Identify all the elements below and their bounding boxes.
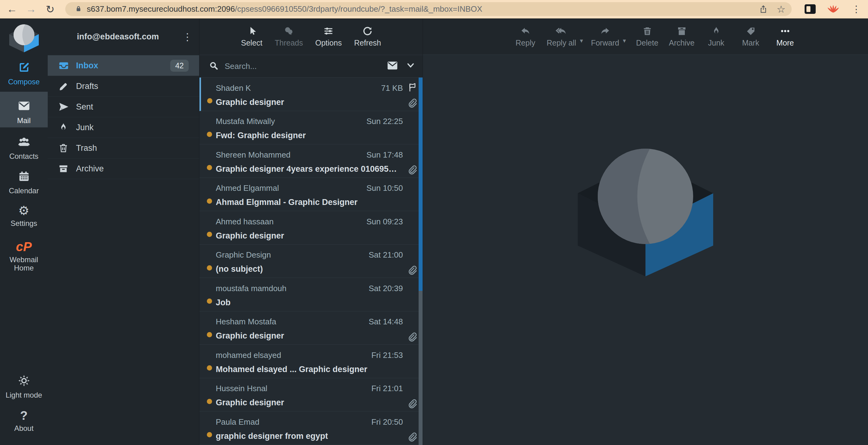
folder-drafts[interactable]: Drafts xyxy=(48,76,199,97)
message-sender: moustafa mamdouh xyxy=(216,284,365,293)
message-date: Sat 20:39 xyxy=(369,284,403,293)
share-icon[interactable] xyxy=(759,5,768,14)
reply-all-caret-icon[interactable]: ▾ xyxy=(580,37,583,44)
folder-junk[interactable]: Junk xyxy=(48,117,199,138)
message-row[interactable]: Hussein Hsnal Fri 21:01 Graphic designer xyxy=(199,378,423,412)
more-dots-icon xyxy=(780,26,791,36)
forward-label: Forward xyxy=(591,38,619,47)
bookmark-star-icon[interactable]: ☆ xyxy=(777,3,785,15)
message-sender: Paula Emad xyxy=(216,417,368,427)
folder-menu-icon[interactable]: ⋮ xyxy=(176,31,199,43)
message-row[interactable]: moustafa mamdouh Sat 20:39 Job xyxy=(199,278,423,312)
search-options-chevron-icon[interactable] xyxy=(407,62,414,70)
message-list-panel: Select Threads Options Refresh xyxy=(199,19,423,445)
sliders-icon xyxy=(323,26,334,36)
message-subject: Graphic designer xyxy=(216,398,403,408)
sidebar-item-label: Light mode xyxy=(0,391,48,399)
mail-toolbar: Reply Reply all ▾ Forward ▾ Delete Archi… xyxy=(423,19,868,55)
attachment-icon xyxy=(407,165,417,174)
sidebar-item-label: Compose xyxy=(0,77,48,86)
contacts-icon xyxy=(17,144,31,149)
browser-menu-icon[interactable]: ⋮ xyxy=(850,4,863,14)
tag-icon xyxy=(745,26,756,36)
address-bar[interactable]: s637.bom7.mysecurecloudhost.com:2096/cps… xyxy=(65,2,792,16)
options-button[interactable]: Options xyxy=(315,26,342,47)
sidebar-item-about[interactable]: ? About xyxy=(0,409,48,433)
reply-button[interactable]: Reply xyxy=(512,26,539,47)
message-row[interactable]: mohamed elsayed Fri 21:53 Mohamed elsaye… xyxy=(199,345,423,378)
trash-icon xyxy=(58,143,76,153)
compose-icon xyxy=(18,69,30,75)
archive-icon xyxy=(677,26,687,36)
unread-dot xyxy=(207,198,212,204)
delete-button[interactable]: Delete xyxy=(634,26,660,47)
message-row[interactable]: Shaden K 71 KB Graphic designer xyxy=(199,77,423,111)
threads-button[interactable]: Threads xyxy=(275,26,303,47)
archive-button[interactable]: Archive xyxy=(669,26,695,47)
folder-label: Trash xyxy=(76,144,97,153)
message-date: Fri 20:50 xyxy=(371,417,403,427)
folder-trash[interactable]: Trash xyxy=(48,138,199,158)
folder-label: Junk xyxy=(76,123,94,132)
sidebar-item-light-mode[interactable]: Light mode xyxy=(0,374,48,399)
archive-label: Archive xyxy=(669,38,694,47)
message-date: Sun 10:50 xyxy=(366,183,403,193)
message-date: Sun 22:25 xyxy=(366,117,403,126)
unread-dot xyxy=(207,232,212,237)
extension-icon[interactable] xyxy=(827,3,839,16)
message-sender: mohamed elsayed xyxy=(216,351,368,360)
sidebar-item-calendar[interactable]: Calendar xyxy=(0,170,48,195)
unread-dot xyxy=(207,432,212,437)
mail-icon xyxy=(17,108,31,114)
side-panel-icon[interactable] xyxy=(805,4,816,14)
mail-view: Reply Reply all ▾ Forward ▾ Delete Archi… xyxy=(423,19,868,445)
pencil-icon xyxy=(58,81,76,91)
more-button[interactable]: More xyxy=(772,26,799,47)
message-row[interactable]: Graphic Design Sat 21:00 (no subject) xyxy=(199,245,423,278)
list-scrollbar[interactable] xyxy=(418,77,423,445)
select-button[interactable]: Select xyxy=(241,26,262,47)
message-row[interactable]: Ahmed hassaan Sun 09:23 Graphic designer xyxy=(199,211,423,245)
browser-toolbar: ← → ↻ s637.bom7.mysecurecloudhost.com:20… xyxy=(0,0,868,19)
forward-button[interactable]: Forward xyxy=(591,26,619,47)
folder-sent[interactable]: Sent xyxy=(48,97,199,117)
forward-icon[interactable]: → xyxy=(22,3,41,15)
attachment-icon xyxy=(407,265,417,275)
scrollbar-thumb[interactable] xyxy=(418,77,423,291)
message-row[interactable]: Hesham Mostafa Sat 14:48 Graphic designe… xyxy=(199,312,423,345)
threads-label: Threads xyxy=(275,38,303,47)
message-date: 71 KB xyxy=(381,84,403,93)
calendar-icon xyxy=(18,179,30,184)
forward-caret-icon[interactable]: ▾ xyxy=(623,37,626,44)
message-subject: Mohamed elsayed ... Graphic designer xyxy=(216,365,403,374)
message-row[interactable]: Ahmed Elgammal Sun 10:50 Ahmad Elgmmal -… xyxy=(199,178,423,212)
message-subject: Job xyxy=(216,298,403,308)
sidebar-item-webmail-home[interactable]: cP Webmail Home xyxy=(0,241,48,272)
reply-all-button[interactable]: Reply all xyxy=(547,26,576,47)
refresh-button[interactable]: Refresh xyxy=(354,26,381,47)
sidebar-item-settings[interactable]: ⚙ Settings xyxy=(0,204,48,227)
reload-icon[interactable]: ↻ xyxy=(41,3,60,15)
sidebar-item-label: Contacts xyxy=(0,152,48,160)
folder-archive[interactable]: Archive xyxy=(48,158,199,179)
junk-button[interactable]: Junk xyxy=(703,26,730,47)
message-row[interactable]: Shereen Mohammed Sun 17:48 Graphic desig… xyxy=(199,144,423,178)
message-subject: Graphic designer xyxy=(216,231,403,241)
message-row[interactable]: Paula Emad Fri 20:50 graphic designer fr… xyxy=(199,411,423,445)
message-subject: (no subject) xyxy=(216,264,403,274)
message-row[interactable]: Mustafa Mitwally Sun 22:25 Fwd: Graphic … xyxy=(199,111,423,145)
search-scope-mail-icon[interactable] xyxy=(387,61,398,71)
sidebar-item-mail[interactable]: Mail xyxy=(0,92,48,127)
sidebar-item-compose[interactable]: Compose xyxy=(0,61,48,86)
sidebar-item-contacts[interactable]: Contacts xyxy=(0,135,48,160)
more-label: More xyxy=(776,38,794,47)
folder-inbox[interactable]: Inbox 42 xyxy=(48,55,199,76)
refresh-label: Refresh xyxy=(354,38,381,47)
search-input[interactable] xyxy=(225,62,387,71)
unread-dot xyxy=(207,265,212,271)
message-date: Sun 17:48 xyxy=(366,150,403,160)
options-label: Options xyxy=(315,38,342,47)
flag-icon[interactable] xyxy=(407,83,417,92)
back-icon[interactable]: ← xyxy=(2,3,22,15)
mark-button[interactable]: Mark xyxy=(738,26,764,47)
